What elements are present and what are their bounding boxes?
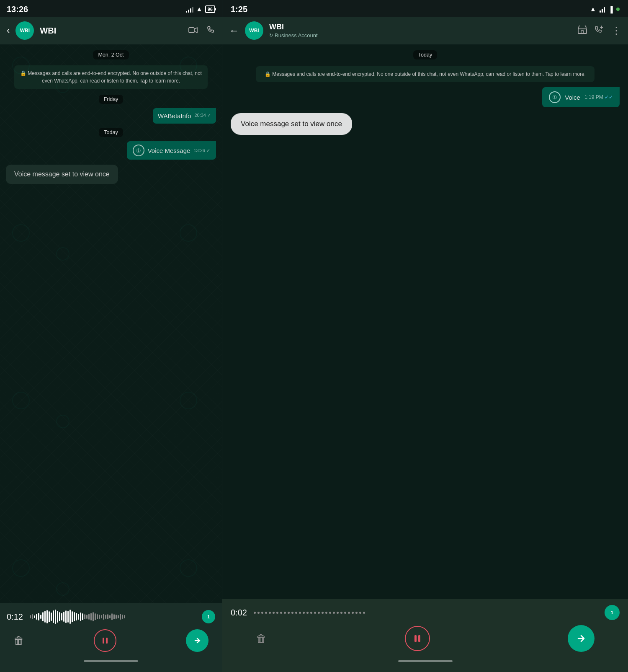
svg-rect-6 (418, 635, 420, 642)
date-separator-today-right: Today (413, 50, 437, 59)
recording-controls-left: 🗑 (7, 629, 215, 652)
timer-dots-row: 0:02 1 (231, 605, 620, 620)
business-account-label: ↻ Business Account (269, 32, 318, 39)
back-button-right[interactable]: ← (229, 25, 239, 36)
signal-icon-right (600, 6, 605, 13)
left-chat-area: Mon, 2 Oct 🔒 Messages and calls are end-… (0, 44, 222, 603)
voice-time-right: 1:19 PM ✓✓ (584, 94, 613, 100)
voice-label-right: Voice (565, 94, 580, 101)
view-once-notification-right: Voice message set to view once (231, 113, 352, 135)
timer-waveform-row: 0:12 (7, 609, 215, 624)
add-call-icon[interactable] (595, 26, 604, 36)
left-status-bar: 13:26 ▲ 96 (0, 0, 222, 17)
chat-title-right[interactable]: WBI (269, 23, 318, 31)
recording-dots (254, 608, 600, 617)
svg-rect-0 (189, 28, 194, 33)
voice-message-bubble-left[interactable]: ① Voice Message 13:26 ✓ (127, 141, 216, 160)
pause-recording-button-left[interactable] (94, 629, 116, 652)
right-header-icons: ⋮ (578, 25, 621, 36)
right-time: 1:25 (231, 5, 247, 14)
recording-controls-right: 🗑 (231, 625, 620, 652)
wabetainfo-message[interactable]: WABetaInfo 20:34 ✓ (153, 108, 216, 124)
avatar: WBI (15, 21, 34, 40)
avatar-right: WBI (245, 21, 263, 40)
encryption-notice-left[interactable]: 🔒 Messages and calls are end-to-end encr… (14, 65, 208, 89)
recording-avatar-left: 1 (202, 610, 215, 623)
right-header: ← WBI WBI ↻ Business Account (222, 17, 628, 44)
wifi-icon: ▲ (196, 5, 203, 13)
recording-timer-left: 0:12 (7, 612, 26, 622)
home-indicator-left (7, 657, 215, 667)
send-recording-button-right[interactable] (568, 625, 595, 652)
left-time: 13:26 (7, 5, 28, 14)
recording-avatar-right: 1 (605, 605, 620, 620)
waveform-left (30, 609, 198, 624)
send-recording-button-left[interactable] (186, 629, 208, 652)
right-status-bar: 1:25 ▲ ▐ (222, 0, 628, 17)
left-header: ‹ WBI WBI (0, 17, 222, 44)
video-call-icon[interactable] (188, 26, 198, 36)
right-status-icons: ▲ ▐ (590, 5, 620, 13)
svg-rect-1 (103, 638, 104, 644)
voice-message-label: Voice Message (148, 147, 190, 154)
signal-icon (186, 6, 193, 13)
svg-rect-4 (581, 31, 584, 34)
right-panel: 1:25 ▲ ▐ ← WBI WBI ↻ Business Account (222, 0, 628, 672)
recording-bar-right: 0:02 1 🗑 (222, 599, 628, 672)
delete-recording-button-right[interactable]: 🗑 (256, 632, 267, 645)
encryption-notice-right[interactable]: 🔒 Messages and calls are end-to-end encr… (256, 66, 595, 82)
recording-timer-right: 0:02 (231, 608, 250, 618)
more-options-icon[interactable]: ⋮ (611, 25, 621, 36)
date-separator-oct: Mon, 2 Oct (93, 50, 129, 59)
date-separator-today: Today (99, 128, 123, 137)
view-once-notification-left: Voice message set to view once (6, 165, 118, 184)
pause-recording-button-right[interactable] (405, 626, 430, 651)
view-once-icon: ① (133, 145, 144, 156)
store-icon[interactable] (578, 26, 587, 36)
delete-recording-button-left[interactable]: 🗑 (13, 634, 24, 647)
left-panel: 13:26 ▲ 96 ‹ WBI WBI (0, 0, 222, 672)
left-status-icons: ▲ 96 (186, 5, 215, 13)
battery-icon-right: ▐ (608, 6, 613, 13)
voice-message-bubble-right[interactable]: ① Voice 1:19 PM ✓✓ (542, 87, 620, 107)
voice-call-icon[interactable] (207, 26, 215, 36)
view-once-icon-right: ① (549, 91, 561, 103)
right-chat-area: Today 🔒 Messages and calls are end-to-en… (222, 44, 628, 599)
message-time: 20:34 ✓ (194, 112, 211, 119)
svg-rect-3 (578, 29, 587, 34)
voice-message-time: 13:26 ✓ (193, 148, 210, 153)
online-dot (616, 8, 620, 11)
wifi-icon-right: ▲ (590, 5, 597, 13)
date-separator-friday: Friday (99, 95, 124, 104)
recording-bar-left: 0:12 (0, 603, 222, 672)
chat-title[interactable]: WBI (40, 26, 183, 36)
business-icon: ↻ (269, 33, 273, 38)
svg-rect-5 (414, 635, 417, 642)
back-button[interactable]: ‹ (7, 25, 10, 36)
battery-indicator: 96 (205, 5, 215, 13)
home-indicator-right (231, 657, 620, 667)
svg-rect-2 (106, 638, 108, 644)
left-header-icons (188, 26, 215, 36)
